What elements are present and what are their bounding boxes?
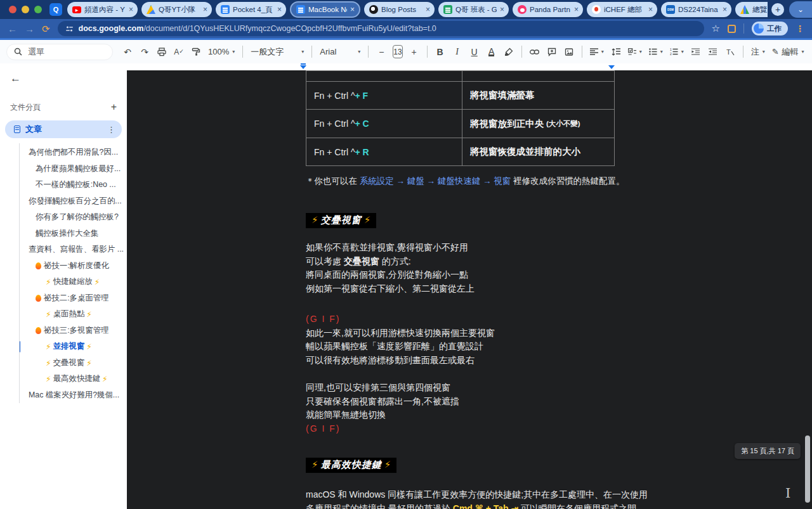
workspace-badge[interactable]: Q [49, 3, 62, 16]
close-window-button[interactable] [9, 6, 16, 13]
settings-link[interactable]: → [424, 176, 438, 186]
settings-link[interactable]: 鍵盤快速鍵 [438, 176, 481, 186]
forward-icon[interactable]: → [25, 24, 34, 34]
browser-tab[interactable]: Pocket 4_頁× [216, 2, 286, 17]
outline-item[interactable]: ⚡桌面熱點⚡ [20, 306, 127, 323]
close-tab-icon[interactable]: × [203, 6, 207, 13]
outline-item[interactable]: ⚡最高效快捷鍵⚡ [20, 371, 127, 387]
font-size-input[interactable]: 13 [393, 45, 402, 58]
redo-button[interactable]: ↷ [137, 44, 152, 60]
align-button[interactable]: ▾ [587, 44, 606, 60]
table-row[interactable]: Fn + Ctrl ^ + F將視窗填滿螢幕 [306, 81, 614, 109]
italic-button[interactable]: I [450, 44, 465, 60]
close-tab-icon[interactable]: × [723, 6, 727, 13]
table-column-marker[interactable] [300, 65, 306, 69]
undo-button[interactable]: ↶ [120, 44, 135, 60]
bulleted-list-button[interactable]: ▾ [646, 44, 665, 60]
doc-tab-chip[interactable]: 文章 ⋮ [5, 120, 122, 138]
browser-tab[interactable]: DSMDS224Taina× [661, 2, 731, 17]
settings-link[interactable]: → [394, 176, 407, 186]
url-omnibox[interactable]: docs.google.com/document/d/1QYusHEKLURfy… [58, 21, 704, 36]
outline-item[interactable]: 祕技二:多桌面管理 [20, 290, 127, 307]
paint-format-button[interactable] [188, 44, 204, 60]
fullscreen-window-button[interactable] [34, 6, 42, 13]
bookmark-star-icon[interactable]: ☆ [712, 23, 720, 34]
close-tab-icon[interactable]: × [648, 6, 653, 13]
close-tab-icon[interactable]: × [129, 6, 133, 13]
browser-tab[interactable]: Blog Posts× [364, 2, 435, 17]
reload-icon[interactable]: ⟳ [42, 24, 50, 34]
zoom-select[interactable]: 100%▾ [206, 44, 237, 60]
table-row[interactable] [306, 70, 614, 81]
table-row[interactable]: Fn + Ctrl ^ + R將視窗恢復成並排前的大小 [306, 138, 614, 165]
outline-item[interactable]: ⚡交疊視窗⚡ [20, 355, 127, 371]
text-color-button[interactable]: A [484, 44, 499, 60]
close-tab-icon[interactable]: × [426, 6, 430, 13]
decrease-indent-button[interactable] [688, 44, 704, 60]
browser-tab[interactable]: 總覽 - Q哥 -× [735, 2, 768, 17]
outline-item[interactable]: 祕技一:解析度優化 [20, 258, 127, 274]
tab-search-button[interactable]: ⌄ [789, 1, 812, 18]
site-info-icon[interactable] [65, 25, 74, 33]
insert-link-button[interactable] [527, 44, 542, 60]
settings-link[interactable]: → [480, 176, 494, 186]
insert-image-button[interactable] [561, 44, 577, 60]
increase-indent-button[interactable] [705, 44, 721, 60]
outline-item[interactable]: 觸控板操作大全集 [20, 226, 127, 242]
outline-item[interactable]: ⚡快捷鍵縮放⚡ [20, 274, 127, 290]
decrease-font-button[interactable]: − [374, 44, 389, 60]
browser-tab[interactable]: Q哥 班表 - G× [438, 2, 509, 17]
outline-item[interactable]: ⚡並排視窗⚡ [20, 338, 127, 355]
close-tab-icon[interactable]: × [574, 6, 579, 13]
add-comment-button[interactable] [544, 44, 560, 60]
outline-item[interactable]: 不一樣的觸控板:Neo ... [20, 177, 127, 193]
outline-item[interactable]: 祕技三:多視窗管理 [20, 323, 127, 339]
add-tab-icon[interactable]: + [111, 101, 117, 113]
scrollbar-thumb[interactable] [805, 435, 810, 503]
back-arrow-icon[interactable]: ← [10, 72, 127, 85]
outline-item[interactable]: 查資料、寫報告、看影片 ... [20, 242, 127, 258]
browser-tab[interactable]: Panda Partn× [513, 2, 583, 17]
bold-button[interactable]: B [433, 44, 448, 60]
browser-tab[interactable]: iCHEF 總部× [587, 2, 657, 17]
menus-search-button[interactable]: 選單 [6, 44, 113, 60]
extension-icon[interactable] [728, 25, 736, 33]
table-row[interactable]: Fn + Ctrl ^ + C將視窗放到正中央(大小不變) [306, 109, 614, 138]
underline-button[interactable]: U [467, 44, 482, 60]
outline-item[interactable]: 你有多了解你的觸控板? [20, 209, 127, 226]
new-tab-button[interactable]: + [771, 3, 784, 16]
browser-tab[interactable]: MacBook Ne× [290, 1, 360, 18]
outline-item[interactable]: 為何他們都不用滑鼠?因... [20, 145, 127, 161]
doc-tab-menu-icon[interactable]: ⋮ [107, 125, 115, 134]
table-column-marker[interactable] [608, 65, 615, 69]
font-select[interactable]: Arial▾ [317, 44, 363, 60]
close-tab-icon[interactable]: × [500, 6, 504, 13]
annotate-button[interactable]: 注▾ [749, 44, 768, 60]
line-spacing-button[interactable] [608, 44, 624, 60]
spellcheck-button[interactable]: A✓ [171, 44, 187, 60]
print-button[interactable] [154, 44, 169, 60]
outline-item[interactable]: Mac 檔案夾好難用?幾個... [20, 387, 127, 404]
close-tab-icon[interactable]: × [277, 6, 282, 13]
browser-tab[interactable]: ▶頻道內容 - Y× [67, 2, 138, 17]
close-tab-icon[interactable]: × [350, 6, 355, 13]
checklist-button[interactable]: ▾ [625, 44, 645, 60]
paragraph-style-select[interactable]: 一般文字▾ [248, 44, 306, 60]
profile-chip[interactable]: 工作 [752, 22, 788, 35]
minimize-window-button[interactable] [22, 6, 29, 13]
outline-item[interactable]: 你發揮觸控板百分之百的... [20, 193, 127, 210]
back-icon[interactable]: ← [8, 24, 17, 34]
browser-tab[interactable]: Q哥YT小隊× [141, 2, 212, 17]
browser-menu-icon[interactable]: ⋮ [796, 23, 804, 34]
divider [743, 23, 744, 34]
increase-font-button[interactable]: + [407, 44, 422, 60]
settings-link[interactable]: 視窗 [494, 176, 511, 186]
outline-item[interactable]: 為什麼蘋果觸控板最好... [20, 161, 127, 177]
clear-formatting-button[interactable]: T [723, 44, 738, 60]
numbered-list-button[interactable]: 12▾ [667, 44, 686, 60]
settings-link[interactable]: 系統設定 [360, 176, 394, 186]
settings-link[interactable]: 鍵盤 [407, 176, 424, 186]
highlight-color-button[interactable] [501, 44, 516, 60]
document-canvas[interactable]: Fn + Ctrl ^ + F將視窗填滿螢幕Fn + Ctrl ^ + C將視窗… [127, 70, 812, 509]
editing-mode-select[interactable]: ✎編輯▾ [769, 44, 807, 60]
